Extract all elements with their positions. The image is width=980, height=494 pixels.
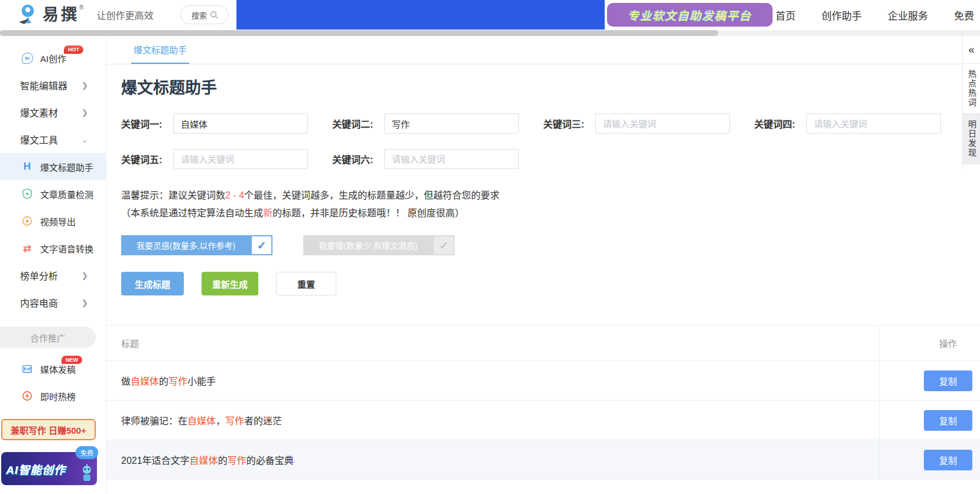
table-row[interactable]: 律师被骗记：在自媒体，写作者的迷茫复制 (106, 401, 980, 440)
sidebar-item-ai-creation[interactable]: AI AI创作 HOT (0, 44, 106, 72)
tab-title-assistant[interactable]: 爆文标题助手 (131, 36, 189, 64)
toggle-label: 我要灵感(数量多,以作参考) (121, 235, 251, 255)
keyword3-input[interactable] (595, 113, 730, 134)
sidebar-item-label: 文字语音转换 (40, 242, 93, 255)
nav-home[interactable]: 首页 (775, 8, 796, 22)
sidebar-item-title-assistant[interactable]: H 爆文标题助手 (0, 153, 106, 180)
section-cooperation-promo: 合作推广 (0, 327, 96, 348)
table-row[interactable]: 做自媒体的写作小能手复制 (106, 361, 980, 401)
tab-hot-keywords[interactable]: 热点热词 (963, 64, 980, 114)
logo-icon (17, 3, 39, 25)
sidebar-item-smart-editor[interactable]: 智能编辑器 ❯ (0, 72, 106, 99)
sidebar-item-label: 文章质量检测 (40, 188, 93, 200)
keyword2-input[interactable] (384, 113, 519, 134)
keyword5-input[interactable] (173, 149, 308, 169)
ai-creation-banner[interactable]: AI智能创作 免费 (1, 452, 97, 485)
sidebar-item-realtime-hotlist[interactable]: 即时热榜 (0, 382, 106, 410)
tip-line-1: 温馨提示：建议关键词数2 - 4个最佳，关键词越多，生成的标题量越少，但越符合您… (121, 187, 980, 204)
keyword2-label: 关键词二: (332, 116, 384, 131)
regenerate-button[interactable]: 重新生成 (202, 272, 258, 295)
result-actions: 复制 (879, 440, 980, 479)
keyword1-label: 关键词一: (121, 116, 173, 131)
column-header-title: 标题 (106, 326, 879, 360)
nav-creation-assistant[interactable]: 创作助手 (822, 8, 862, 22)
generate-button[interactable]: 生成标题 (121, 272, 184, 295)
video-export-icon (21, 215, 33, 227)
collapse-panel-button[interactable]: « (963, 36, 980, 64)
tip-line-2: （本系统是通过特定算法自动生成新的标题，并非是历史标题哦！！ 原创度很高） (121, 204, 980, 222)
table-row[interactable]: 2021年适合文字自媒体的写作的必备宝典复制 (106, 440, 980, 480)
checkbox-unchecked-icon: ✓ (433, 235, 455, 255)
toggle-inspiration-mode[interactable]: 我要灵感(数量多,以作参考) ✓ (121, 235, 272, 255)
chevron-down-icon: ⌄ (82, 135, 88, 144)
sidebar-item-label: 即时热榜 (40, 390, 76, 402)
action-buttons: 生成标题 重新生成 重置 (121, 272, 980, 295)
mode-toggles: 我要灵感(数量多,以作参考) ✓ 我要爆(数量少,有爆文潜质) ✓ (121, 235, 980, 255)
sidebar-item-label: 智能编辑器 (20, 78, 67, 92)
copy-button[interactable]: 复制 (924, 450, 972, 470)
sidebar-item-content-ecommerce[interactable]: 内容电商 ❯ (0, 289, 106, 316)
sidebar-item-label: 爆文工具 (20, 132, 58, 147)
keyword4-input[interactable] (806, 113, 941, 134)
ad-banner[interactable] (236, 0, 605, 30)
main-content: 爆文标题助手 爆文标题助手 关键词一: 关键词二: 关键词三: 关键词四: (106, 36, 980, 494)
page-title: 爆文标题助手 (121, 75, 980, 98)
result-title: 2021年适合文字自媒体的写作的必备宝典 (106, 440, 879, 479)
sidebar-item-media-publish[interactable]: 媒体发稿 NEW (0, 355, 106, 382)
copy-button[interactable]: 复制 (924, 370, 972, 391)
keyword4-label: 关键词四: (754, 116, 806, 131)
sidebar-item-viral-tools[interactable]: 爆文工具 ⌄ (0, 126, 106, 153)
table-body: 做自媒体的写作小能手复制律师被骗记：在自媒体，写作者的迷茫复制2021年适合文字… (106, 361, 980, 480)
sidebar-item-quality-check[interactable]: 文章质量检测 (0, 180, 106, 207)
publish-platform-badge-text: 专业软文自助发稿平台 (628, 7, 752, 23)
title-assistant-icon: H (21, 161, 33, 173)
media-publish-icon (21, 363, 33, 375)
logo[interactable]: 易撰 ® (17, 3, 83, 27)
tab-tomorrow-discovery[interactable]: 明日发现 (963, 114, 980, 164)
new-badge: NEW (61, 356, 82, 364)
horizontal-scrollbar-thumb[interactable] (0, 30, 718, 36)
chevron-right-icon: ❯ (82, 108, 88, 117)
keyword6-input[interactable] (384, 149, 519, 169)
keyword5-label: 关键词五: (121, 152, 173, 166)
keyword-row-1: 关键词一: 关键词二: 关键词三: 关键词四: (121, 113, 980, 134)
tab-bar: 爆文标题助手 (106, 36, 980, 64)
sidebar-item-ranking-analysis[interactable]: 榜单分析 ❯ (0, 262, 106, 289)
column-header-action: 操作 (879, 326, 980, 360)
header: 易撰 ® 让创作更高效 搜索 专业软文自助发稿平台 首页 创作助手 企业服务 免… (0, 0, 980, 30)
sidebar-item-label: 媒体发稿 (40, 363, 76, 375)
publish-platform-badge[interactable]: 专业软文自助发稿平台 (607, 3, 773, 27)
search-button[interactable]: 搜索 (180, 5, 229, 24)
nav-free[interactable]: 免费 (954, 8, 974, 22)
toggle-viral-mode[interactable]: 我要爆(数量少,有爆文潜质) ✓ (303, 235, 455, 255)
sidebar: AI AI创作 HOT 智能编辑器 ❯ 爆文素材 ❯ 爆文工具 ⌄ H 爆文标题… (0, 36, 106, 494)
shield-icon (21, 188, 33, 200)
sidebar-item-label: 内容电商 (20, 295, 58, 310)
sidebar-item-label: AI创作 (40, 52, 66, 64)
top-nav: 首页 创作助手 企业服务 免费 (775, 0, 974, 30)
reset-button[interactable]: 重置 (276, 272, 336, 295)
ai-head-icon: AI (21, 52, 33, 64)
keyword1-input[interactable] (173, 113, 308, 134)
copy-button[interactable]: 复制 (924, 410, 972, 431)
sidebar-item-label: 视频导出 (40, 215, 76, 228)
robot-mascot-icon (78, 464, 96, 484)
chevron-right-icon: ❯ (82, 298, 88, 307)
hotlist-icon (21, 390, 33, 402)
sidebar-item-viral-material[interactable]: 爆文素材 ❯ (0, 99, 106, 126)
sidebar-item-label: 爆文素材 (20, 105, 58, 119)
sidebar-item-video-export[interactable]: 视频导出 (0, 207, 106, 235)
nav-enterprise-service[interactable]: 企业服务 (888, 8, 928, 22)
result-actions: 复制 (879, 361, 980, 400)
parttime-writing-banner[interactable]: 兼职写作 日赚500+ (1, 419, 96, 440)
results-table: 标题 操作 做自媒体的写作小能手复制律师被骗记：在自媒体，写作者的迷茫复制202… (106, 325, 980, 480)
horizontal-scrollbar[interactable] (0, 30, 980, 36)
sidebar-item-label: 爆文标题助手 (40, 161, 93, 173)
tagline: 让创作更高效 (96, 8, 153, 22)
chevron-right-icon: ❯ (82, 81, 88, 90)
tips: 温馨提示：建议关键词数2 - 4个最佳，关键词越多，生成的标题量越少，但越符合您… (121, 187, 980, 222)
search-icon (210, 11, 218, 19)
sidebar-item-text-to-speech[interactable]: ⇄ 文字语音转换 (0, 235, 106, 262)
result-title: 做自媒体的写作小能手 (106, 361, 879, 400)
chevron-right-icon: ❯ (82, 271, 88, 280)
